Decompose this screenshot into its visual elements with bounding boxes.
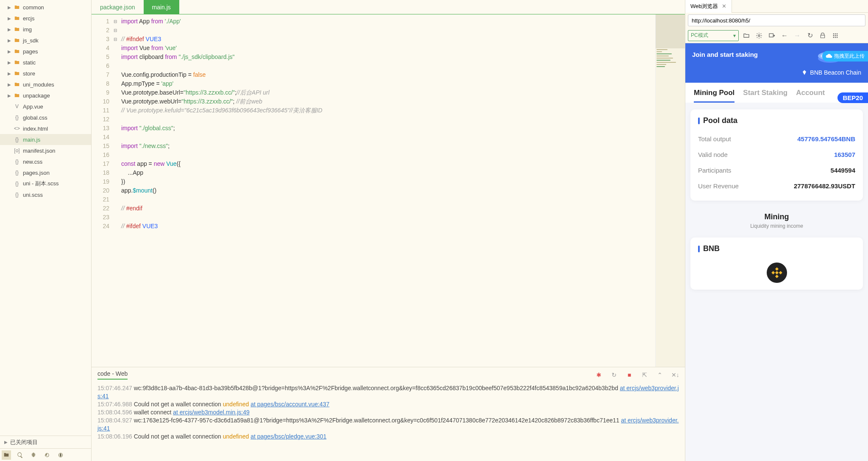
console-tab[interactable]: code - Web bbox=[97, 370, 128, 380]
file-label: index.html bbox=[23, 126, 48, 132]
cloud-tab-button[interactable] bbox=[42, 450, 52, 460]
pool-stat-row: Total output457769.547654BNB bbox=[698, 131, 855, 147]
folder-item[interactable]: ▶uni_modules bbox=[0, 79, 91, 90]
file-item[interactable]: {}new.css bbox=[0, 156, 91, 167]
browser-panel-tab[interactable]: Web浏览器 ✕ bbox=[685, 0, 732, 13]
editor-tab[interactable]: main.js bbox=[144, 0, 179, 14]
search-tab-button[interactable] bbox=[15, 450, 25, 460]
stat-label: Total output bbox=[698, 135, 731, 142]
file-label: pages.json bbox=[23, 170, 50, 176]
fold-gutter[interactable]: ⊟⊟⊟ bbox=[112, 14, 119, 367]
folder-label: store bbox=[23, 70, 35, 77]
console-header: code - Web ✱ ↻ ■ ⇱ ⌃ ✕↓ bbox=[92, 367, 685, 383]
console-source-link[interactable]: at ercjs/web3provider.js:41 bbox=[97, 385, 679, 400]
file-item[interactable]: <>index.html bbox=[0, 123, 91, 134]
debug-tab-button[interactable] bbox=[29, 450, 38, 460]
clear-icon[interactable]: ✕↓ bbox=[671, 371, 679, 379]
plugin-tab-button[interactable] bbox=[56, 450, 65, 460]
bep20-badge: BEP20 bbox=[837, 92, 868, 103]
console-output[interactable]: 15:07:46.247 wc:9f3d8c18-aa7b-4bac-81d3-… bbox=[92, 383, 685, 461]
web-browser-panel: Web浏览器 ✕ PC模式 ▾ ← → ↻ Join and start sta… bbox=[685, 0, 868, 461]
bnb-card: BNB bbox=[690, 237, 863, 290]
mining-title: Mining bbox=[685, 212, 868, 221]
file-icon: {} bbox=[14, 136, 20, 143]
file-item[interactable]: [o]manifest.json bbox=[0, 145, 91, 156]
folder-label: common bbox=[23, 4, 44, 11]
preview-nav-tab[interactable]: Mining Pool bbox=[694, 89, 734, 103]
folder-item[interactable]: ▶unpackage bbox=[0, 90, 91, 101]
open-folder-button[interactable] bbox=[741, 31, 751, 41]
code-editor[interactable]: 123456789101112131415161718192021222324 … bbox=[92, 14, 685, 367]
pool-stat-row: User Revenue2778766482.93USDT bbox=[698, 178, 855, 194]
console-source-link[interactable]: at pages/bsc/account.vue:437 bbox=[250, 401, 329, 408]
explorer-tab-button[interactable] bbox=[2, 450, 11, 460]
file-item[interactable]: {}uni - 副本.scss bbox=[0, 178, 91, 189]
chevron-down-icon: ▾ bbox=[733, 33, 736, 39]
stop-icon[interactable]: ■ bbox=[626, 371, 633, 379]
minimap[interactable] bbox=[655, 14, 685, 367]
console-source-link[interactable]: at ercjs/web3model.min.js:49 bbox=[173, 409, 250, 416]
folder-item[interactable]: ▶store bbox=[0, 68, 91, 79]
refresh-button[interactable]: ↻ bbox=[805, 31, 815, 41]
console-source-link[interactable]: at ercjs/web3provider.js:41 bbox=[97, 417, 679, 432]
file-label: new.css bbox=[23, 159, 42, 165]
file-item[interactable]: VApp.vue bbox=[0, 101, 91, 112]
folder-item[interactable]: ▶static bbox=[0, 57, 91, 68]
file-icon: [o] bbox=[14, 147, 20, 154]
folder-label: static bbox=[23, 59, 36, 66]
preview-nav-tab[interactable]: Start Staking bbox=[743, 89, 787, 103]
file-item[interactable]: {}main.js bbox=[0, 134, 91, 145]
bnb-coin-icon bbox=[767, 263, 787, 283]
folder-item[interactable]: ▶pages bbox=[0, 46, 91, 57]
mining-subtitle: Liquidity mining income bbox=[685, 223, 868, 229]
bug-icon[interactable]: ✱ bbox=[595, 371, 603, 379]
restart-icon[interactable]: ↻ bbox=[610, 371, 618, 379]
mining-section: Mining Liquidity mining income bbox=[685, 207, 868, 231]
closed-projects-toggle[interactable]: ▶ 已关闭项目 bbox=[0, 436, 91, 448]
settings-button[interactable] bbox=[754, 31, 764, 41]
folder-label: js_sdk bbox=[23, 37, 39, 44]
console-source-link[interactable]: at pages/bsc/pledge.vue:301 bbox=[250, 433, 326, 440]
grid-button[interactable] bbox=[830, 31, 840, 41]
preview-viewport[interactable]: Join and start staking 拖拽至此上传 BNB Beacon… bbox=[685, 43, 868, 461]
mode-select-label: PC模式 bbox=[691, 32, 708, 39]
code-content[interactable]: import App from './App' // #ifndef VUE3i… bbox=[119, 14, 655, 367]
folder-label: ercjs bbox=[23, 15, 34, 22]
cloud-upload-badge[interactable]: 拖拽至此上传 bbox=[822, 51, 868, 61]
chevron-right-icon: ▶ bbox=[7, 38, 12, 43]
chevron-right-icon: ▶ bbox=[7, 49, 12, 54]
file-item[interactable]: {}pages.json bbox=[0, 167, 91, 178]
chevron-right-icon: ▶ bbox=[7, 82, 12, 87]
folder-icon bbox=[14, 15, 20, 22]
stat-label: Valid node bbox=[698, 151, 728, 158]
editor-tab[interactable]: package.json bbox=[92, 0, 144, 14]
back-button[interactable]: ← bbox=[779, 31, 790, 41]
sidebar-toolbar bbox=[0, 448, 91, 461]
devtools-button[interactable] bbox=[767, 31, 777, 41]
preview-nav-tab[interactable]: Account bbox=[796, 89, 825, 103]
folder-item[interactable]: ▶common bbox=[0, 2, 91, 13]
folder-item[interactable]: ▶js_sdk bbox=[0, 35, 91, 46]
folder-icon bbox=[14, 26, 20, 33]
folder-icon bbox=[14, 59, 20, 66]
file-item[interactable]: {}global.css bbox=[0, 112, 91, 123]
folder-item[interactable]: ▶img bbox=[0, 24, 91, 35]
folder-icon bbox=[14, 37, 20, 44]
popout-icon[interactable]: ⇱ bbox=[641, 371, 648, 379]
console-log-line: 15:07:46.247 wc:9f3d8c18-aa7b-4bac-81d3-… bbox=[97, 384, 679, 400]
svg-rect-2 bbox=[769, 34, 773, 37]
console-toolbar: ✱ ↻ ■ ⇱ ⌃ ✕↓ bbox=[595, 371, 679, 379]
file-icon: {} bbox=[14, 169, 20, 176]
folder-label: img bbox=[23, 26, 32, 33]
device-mode-select[interactable]: PC模式 ▾ bbox=[688, 30, 739, 41]
lock-icon[interactable] bbox=[818, 31, 828, 41]
folder-item[interactable]: ▶ercjs bbox=[0, 13, 91, 24]
url-input[interactable] bbox=[688, 14, 865, 26]
editor-area: package.jsonmain.js 12345678910111213141… bbox=[92, 0, 685, 461]
console-log-line: 15:08:06.196 Could not get a wallet conn… bbox=[97, 433, 679, 441]
close-icon[interactable]: ✕ bbox=[722, 3, 726, 9]
chevron-right-icon: ▶ bbox=[7, 71, 12, 76]
file-item[interactable]: {}uni.scss bbox=[0, 189, 91, 200]
collapse-up-icon[interactable]: ⌃ bbox=[656, 371, 664, 379]
forward-button[interactable]: → bbox=[792, 31, 802, 41]
